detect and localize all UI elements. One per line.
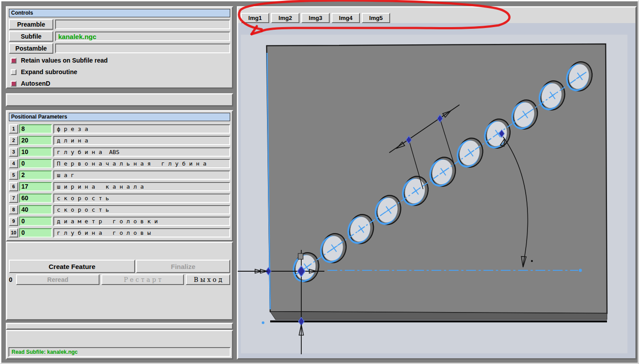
- param-label: с к о р о с т ь: [53, 194, 230, 203]
- param-label: ш и р и н а к а н а л а: [53, 182, 230, 191]
- subfile-button[interactable]: Subfile: [9, 31, 53, 42]
- expand-subroutine-row: Expand subroutine: [11, 66, 232, 78]
- param-value-entry[interactable]: 0: [19, 217, 52, 226]
- param-row-6: 6 17 ш и р и н а к а н а л а: [9, 181, 230, 192]
- image-tab-strip: Img1 Img2 Img3 Img4 Img5: [238, 8, 635, 23]
- reread-button[interactable]: Reread: [16, 274, 100, 285]
- param-value-entry[interactable]: 10: [19, 147, 52, 157]
- preamble-button[interactable]: Preamble: [9, 19, 53, 30]
- feature-buttons-row: Create Feature Finalize: [9, 260, 230, 273]
- param-label: д л и н а: [53, 136, 230, 145]
- tab-img5[interactable]: Img5: [362, 13, 390, 23]
- param-label: г л у б и н а г о л о в ы: [53, 228, 230, 237]
- retain-values-row: Retain values on Subfile read: [11, 55, 232, 66]
- param-value-entry[interactable]: 2: [19, 170, 52, 180]
- postamble-entry[interactable]: [55, 44, 230, 53]
- tab-img1[interactable]: Img1: [241, 13, 269, 23]
- expand-subroutine-label: Expand subroutine: [21, 68, 77, 75]
- tab-img3[interactable]: Img3: [301, 13, 330, 23]
- parameters-panel-title: Positional Parameters: [9, 113, 230, 121]
- autosend-row: AutosenD: [11, 78, 232, 89]
- left-column: Controls Preamble Subfile kanalek.ngc Po…: [6, 6, 233, 360]
- preamble-row: Preamble: [9, 19, 230, 30]
- param-row-2: 2 20 д л и н а: [9, 135, 230, 146]
- param-value-entry[interactable]: 0: [19, 228, 52, 237]
- restart-button[interactable]: Р е с т а р т: [101, 274, 184, 285]
- window-frame: Controls Preamble Subfile kanalek.ngc Po…: [0, 0, 639, 364]
- param-row-3: 3 10 г л у б и н а ABS: [9, 146, 230, 158]
- reread-row: 0 Reread Р е с т а р т В ы х о д: [9, 274, 230, 285]
- blank-strip-panel: [6, 93, 233, 107]
- finalize-button[interactable]: Finalize: [136, 260, 230, 273]
- param-label: ф р е з а: [53, 124, 230, 134]
- autosend-checkbox[interactable]: [11, 81, 16, 87]
- param-number: 3: [9, 147, 18, 157]
- column-gap: [6, 89, 233, 93]
- param-row-5: 5 2 ш а г: [9, 169, 230, 181]
- feature-counter: 0: [9, 276, 16, 283]
- param-number: 4: [9, 159, 18, 168]
- status-bar: Read Subfile: kanalek.ngc: [8, 347, 231, 357]
- param-row-4: 4 0 П е р в о н а ч а л ь н а я г л у б …: [9, 158, 230, 169]
- create-feature-button[interactable]: Create Feature: [9, 260, 135, 273]
- param-number: 2: [9, 136, 18, 145]
- separator-bar: [6, 323, 233, 330]
- param-row-10: 10 0 г л у б и н а г о л о в ы: [9, 227, 230, 238]
- retain-values-label: Retain values on Subfile read: [21, 57, 108, 64]
- postamble-row: Postamble: [9, 43, 230, 54]
- param-label: П е р в о н а ч а л ь н а я г л у б и н …: [53, 159, 230, 168]
- tab-img4[interactable]: Img4: [331, 13, 360, 23]
- actions-spacer: [7, 243, 232, 260]
- param-value-entry[interactable]: 0: [19, 159, 52, 168]
- postamble-button[interactable]: Postamble: [9, 43, 53, 54]
- param-label: ш а г: [53, 170, 230, 180]
- retain-values-checkbox[interactable]: [11, 58, 16, 63]
- param-number: 1: [9, 124, 18, 134]
- subfile-entry[interactable]: kanalek.ngc: [55, 32, 230, 41]
- subfile-row: Subfile kanalek.ngc: [9, 31, 230, 42]
- footer-panel: Read Subfile: kanalek.ngc: [6, 330, 233, 360]
- param-number: 8: [9, 205, 18, 214]
- param-value-entry[interactable]: 8: [19, 124, 52, 134]
- param-label: д и а м е т р г о л о в к и: [53, 217, 230, 226]
- image-viewer-panel: Img1 Img2 Img3 Img4 Img5: [237, 6, 637, 360]
- param-value-entry[interactable]: 40: [19, 205, 52, 214]
- param-number: 7: [9, 194, 18, 203]
- exit-button[interactable]: В ы х о д: [186, 274, 230, 285]
- actions-panel: Create Feature Finalize 0 Reread Р е с т…: [6, 241, 233, 320]
- cad-image-canvas: [238, 23, 635, 358]
- controls-panel: Controls Preamble Subfile kanalek.ngc Po…: [6, 6, 233, 89]
- param-value-entry[interactable]: 17: [19, 182, 52, 191]
- param-row-7: 7 60 с к о р о с т ь: [9, 192, 230, 204]
- param-row-9: 9 0 д и а м е т р г о л о в к и: [9, 215, 230, 227]
- param-label: г л у б и н а ABS: [53, 147, 230, 157]
- autosend-label: AutosenD: [21, 80, 50, 87]
- param-value-entry[interactable]: 60: [19, 194, 52, 203]
- expand-subroutine-checkbox[interactable]: [11, 69, 16, 75]
- param-number: 10: [9, 228, 18, 237]
- application-window: Controls Preamble Subfile kanalek.ngc Po…: [0, 0, 639, 364]
- param-number: 5: [9, 170, 18, 180]
- param-value-entry[interactable]: 20: [19, 136, 52, 145]
- param-number: 9: [9, 217, 18, 226]
- param-number: 6: [9, 182, 18, 191]
- positional-parameters-panel: Positional Parameters 1 8 ф р е з а 2 20…: [6, 110, 233, 241]
- param-label: с к о р о с т ь: [53, 205, 230, 214]
- preamble-entry[interactable]: [55, 20, 230, 29]
- param-row-1: 1 8 ф р е з а: [9, 123, 230, 135]
- controls-panel-title: Controls: [9, 9, 230, 17]
- column-gap: [6, 107, 233, 110]
- param-row-8: 8 40 с к о р о с т ь: [9, 204, 230, 215]
- tab-img2[interactable]: Img2: [271, 13, 300, 23]
